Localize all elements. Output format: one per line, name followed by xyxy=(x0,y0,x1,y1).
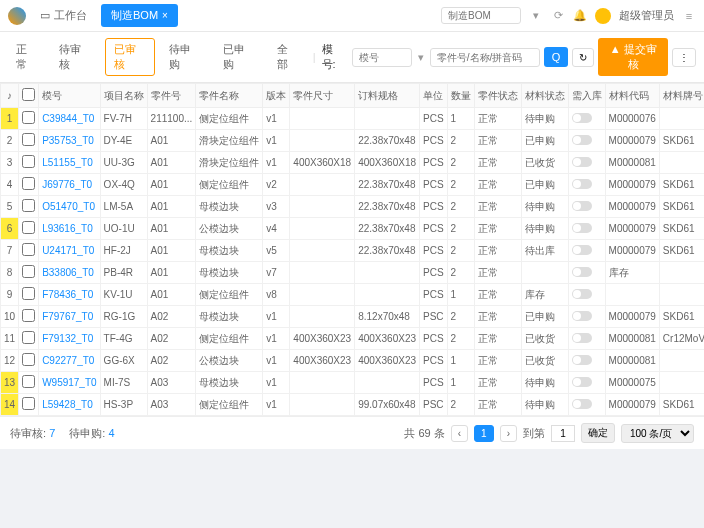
table-row[interactable]: 14 L59428_T0 HS-3P A03 侧定位组件 v1 99.07x60… xyxy=(1,394,705,416)
store-toggle[interactable] xyxy=(572,333,592,343)
row-number: 5 xyxy=(1,196,19,218)
page-1-button[interactable]: 1 xyxy=(474,425,494,442)
table-row[interactable]: 1 C39844_T0 FV-7H 211100... 侧定位组件 v1 PCS… xyxy=(1,108,705,130)
page-input[interactable] xyxy=(551,425,575,442)
row-checkbox[interactable] xyxy=(22,243,35,256)
avatar[interactable] xyxy=(595,8,611,24)
row-checkbox[interactable] xyxy=(22,353,35,366)
col-header[interactable]: 零件名称 xyxy=(196,84,263,108)
dropdown-icon[interactable]: ▾ xyxy=(529,9,543,23)
table-row[interactable]: 3 L51155_T0 UU-3G A01 滑块定位组件 v1 400X360X… xyxy=(1,152,705,174)
table-row[interactable]: 7 U24171_T0 HF-2J A01 母模边块 v5 22.38x70x4… xyxy=(1,240,705,262)
row-checkbox[interactable] xyxy=(22,287,35,300)
top-search-input[interactable] xyxy=(441,7,521,24)
cell-model[interactable]: B33806_T0 xyxy=(39,262,100,284)
tab-workbench[interactable]: ▭工作台 xyxy=(30,4,97,27)
col-header[interactable]: 模号 xyxy=(39,84,100,108)
page-size-select[interactable]: 100 条/页 xyxy=(621,424,694,443)
cell-model[interactable]: W95917_T0 xyxy=(39,372,100,394)
col-header[interactable]: 项目名称 xyxy=(100,84,147,108)
row-checkbox[interactable] xyxy=(22,199,35,212)
cell-model[interactable]: U24171_T0 xyxy=(39,240,100,262)
filter-reviewed[interactable]: 已审核 xyxy=(105,38,155,76)
table-row[interactable]: 13 W95917_T0 MI-7S A03 母模边块 v1 PCS 1 正常 … xyxy=(1,372,705,394)
row-checkbox[interactable] xyxy=(22,331,35,344)
filter-all[interactable]: 全部 xyxy=(269,39,306,75)
table-row[interactable]: 2 P35753_T0 DY-4E A01 滑块定位组件 v1 22.38x70… xyxy=(1,130,705,152)
row-checkbox[interactable] xyxy=(22,397,35,410)
cell-model[interactable]: C39844_T0 xyxy=(39,108,100,130)
table-row[interactable]: 4 J69776_T0 OX-4Q A01 侧定位组件 v2 22.38x70x… xyxy=(1,174,705,196)
chevron-down-icon[interactable]: ▾ xyxy=(418,51,424,64)
cell-model[interactable]: P35753_T0 xyxy=(39,130,100,152)
col-header[interactable]: 订料规格 xyxy=(355,84,420,108)
filter-purchased[interactable]: 已申购 xyxy=(215,39,263,75)
row-checkbox[interactable] xyxy=(22,155,35,168)
table-row[interactable]: 6 L93616_T0 UO-1U A01 公模边块 v4 22.38x70x4… xyxy=(1,218,705,240)
model-input[interactable] xyxy=(352,48,412,67)
cell-model[interactable]: O51470_T0 xyxy=(39,196,100,218)
cell-model[interactable]: C92277_T0 xyxy=(39,350,100,372)
row-checkbox[interactable] xyxy=(22,221,35,234)
store-toggle[interactable] xyxy=(572,113,592,123)
row-checkbox[interactable] xyxy=(22,265,35,278)
row-checkbox[interactable] xyxy=(22,375,35,388)
submit-review-button[interactable]: ▲ 提交审核 xyxy=(598,38,668,76)
col-header[interactable]: 材料代码 xyxy=(605,84,659,108)
confirm-page-button[interactable]: 确定 xyxy=(581,423,615,443)
menu-icon[interactable]: ≡ xyxy=(682,9,696,23)
store-toggle[interactable] xyxy=(572,223,592,233)
refresh-icon[interactable]: ⟳ xyxy=(551,9,565,23)
col-header[interactable]: 需入库 xyxy=(568,84,605,108)
col-header[interactable]: 零件号 xyxy=(147,84,196,108)
row-checkbox[interactable] xyxy=(22,177,35,190)
store-toggle[interactable] xyxy=(572,135,592,145)
store-toggle[interactable] xyxy=(572,157,592,167)
col-header[interactable]: 数量 xyxy=(447,84,474,108)
table-row[interactable]: 8 B33806_T0 PB-4R A01 母模边块 v7 PCS 2 正常 库… xyxy=(1,262,705,284)
store-toggle[interactable] xyxy=(572,377,592,387)
table-row[interactable]: 12 C92277_T0 GG-6X A02 公模边块 v1 400X360X2… xyxy=(1,350,705,372)
search-button[interactable]: Q xyxy=(544,47,569,67)
store-toggle[interactable] xyxy=(572,267,592,277)
table-row[interactable]: 9 F78436_T0 KV-1U A01 侧定位组件 v8 PCS 1 正常 … xyxy=(1,284,705,306)
table-row[interactable]: 10 F79767_T0 RG-1G A02 母模边块 v1 8.12x70x4… xyxy=(1,306,705,328)
filter-normal[interactable]: 正常 xyxy=(8,39,45,75)
store-toggle[interactable] xyxy=(572,179,592,189)
col-header[interactable]: 材料状态 xyxy=(521,84,568,108)
cell-model[interactable]: F78436_T0 xyxy=(39,284,100,306)
row-checkbox[interactable] xyxy=(22,133,35,146)
store-toggle[interactable] xyxy=(572,245,592,255)
col-header[interactable]: 单位 xyxy=(420,84,448,108)
store-toggle[interactable] xyxy=(572,399,592,409)
store-toggle[interactable] xyxy=(572,201,592,211)
tab-bom[interactable]: 制造BOM× xyxy=(101,4,178,27)
store-toggle[interactable] xyxy=(572,355,592,365)
col-header[interactable]: 零件尺寸 xyxy=(290,84,355,108)
prev-page-button[interactable]: ‹ xyxy=(451,425,468,442)
row-checkbox[interactable] xyxy=(22,111,35,124)
cell-model[interactable]: L59428_T0 xyxy=(39,394,100,416)
cell-model[interactable]: F79132_T0 xyxy=(39,328,100,350)
store-toggle[interactable] xyxy=(572,289,592,299)
store-toggle[interactable] xyxy=(572,311,592,321)
cell-model[interactable]: L93616_T0 xyxy=(39,218,100,240)
reset-button[interactable]: ↻ xyxy=(572,48,594,67)
search-input[interactable] xyxy=(430,48,540,67)
more-menu-button[interactable]: ⋮ xyxy=(672,48,696,67)
cell-model[interactable]: L51155_T0 xyxy=(39,152,100,174)
row-checkbox[interactable] xyxy=(22,309,35,322)
filter-pending-purchase[interactable]: 待申购 xyxy=(161,39,209,75)
filter-pending-review[interactable]: 待审核 xyxy=(51,39,99,75)
bell-icon[interactable]: 🔔 xyxy=(573,9,587,23)
select-all-checkbox[interactable] xyxy=(22,88,35,101)
col-header[interactable]: 零件状态 xyxy=(474,84,521,108)
table-row[interactable]: 5 O51470_T0 LM-5A A01 母模边块 v3 22.38x70x4… xyxy=(1,196,705,218)
table-row[interactable]: 11 F79132_T0 TF-4G A02 侧定位组件 v1 400X360X… xyxy=(1,328,705,350)
next-page-button[interactable]: › xyxy=(500,425,517,442)
cell-model[interactable]: F79767_T0 xyxy=(39,306,100,328)
cell-model[interactable]: J69776_T0 xyxy=(39,174,100,196)
col-header[interactable]: 材料牌号 xyxy=(659,84,704,108)
close-icon[interactable]: × xyxy=(162,10,168,21)
col-header[interactable]: 版本 xyxy=(263,84,290,108)
